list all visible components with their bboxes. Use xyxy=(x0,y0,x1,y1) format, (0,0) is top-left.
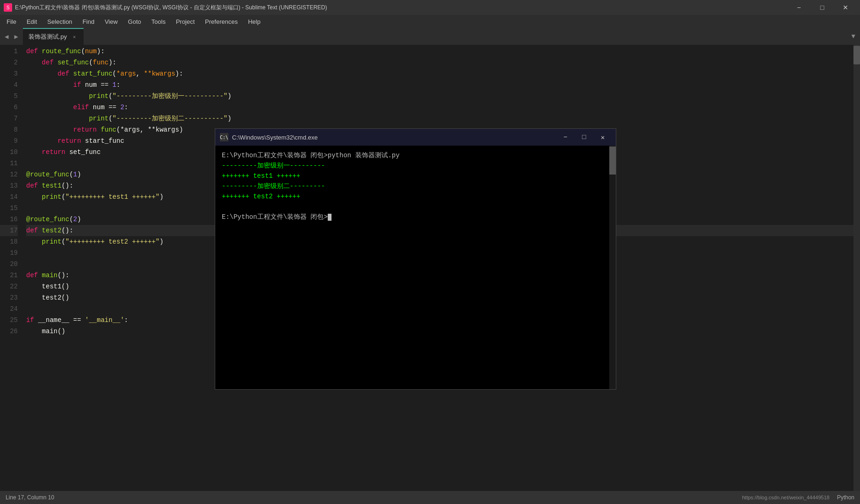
cmd-title-bar[interactable]: C:\ C:\Windows\System32\cmd.exe − □ ✕ xyxy=(215,129,616,146)
cmd-line-7: E:\Python工程文件\装饰器 闭包> xyxy=(222,212,609,222)
menu-tools[interactable]: Tools xyxy=(147,16,170,27)
cmd-scrollbar[interactable] xyxy=(609,146,616,389)
cmd-line-3: +++++++ test1 ++++++ xyxy=(222,171,609,181)
status-url: https://blog.csdn.net/weixin_44449518 xyxy=(742,495,830,500)
code-line-5: print("---------加密级别一----------") xyxy=(26,91,853,102)
tab-label: 装饰器测试.py xyxy=(28,33,67,41)
window-title: E:\Python工程文件\装饰器 闭包\装饰器测试.py (WSGI协议, W… xyxy=(15,4,327,12)
menu-project[interactable]: Project xyxy=(171,16,199,27)
app-icon: S xyxy=(4,3,12,12)
status-position: Line 17, Column 10 xyxy=(6,494,54,501)
maximize-button[interactable]: □ xyxy=(811,0,833,15)
cmd-minimize-button[interactable]: − xyxy=(557,132,574,143)
menu-selection[interactable]: Selection xyxy=(42,16,77,27)
cmd-controls[interactable]: − □ ✕ xyxy=(557,132,611,143)
svg-text:S: S xyxy=(7,5,10,10)
tab-decorator[interactable]: 装饰器测试.py × xyxy=(23,28,84,45)
code-line-1: def route_func(num): xyxy=(26,46,853,57)
menu-bar: File Edit Selection Find View Goto Tools… xyxy=(0,15,860,28)
menu-view[interactable]: View xyxy=(100,16,122,27)
cmd-line-4: ---------加密级别二--------- xyxy=(222,181,609,191)
title-bar: S E:\Python工程文件\装饰器 闭包\装饰器测试.py (WSGI协议,… xyxy=(0,0,860,15)
nav-right[interactable]: ▶ xyxy=(12,32,20,42)
cmd-close-button[interactable]: ✕ xyxy=(594,132,611,143)
cmd-window[interactable]: C:\ C:\Windows\System32\cmd.exe − □ ✕ E:… xyxy=(215,128,616,390)
cmd-line-6 xyxy=(222,202,609,212)
minimize-button[interactable]: − xyxy=(788,0,810,15)
window-controls[interactable]: − □ ✕ xyxy=(788,0,856,15)
menu-preferences[interactable]: Preferences xyxy=(200,16,242,27)
tab-close-button[interactable]: × xyxy=(70,33,78,41)
line-numbers: 1 2 3 4 5 6 7 8 9 10 11 12 13 14 15 16 1… xyxy=(0,45,22,491)
menu-edit[interactable]: Edit xyxy=(22,16,42,27)
cmd-maximize-button[interactable]: □ xyxy=(576,132,592,143)
editor-scrollbar[interactable] xyxy=(853,45,860,491)
menu-help[interactable]: Help xyxy=(243,16,265,27)
status-language: Python xyxy=(837,494,854,501)
cmd-title-left: C:\ C:\Windows\System32\cmd.exe xyxy=(220,133,318,141)
cmd-scrollbar-thumb[interactable] xyxy=(609,147,616,175)
cmd-icon: C:\ xyxy=(220,133,228,141)
tab-dropdown[interactable]: ▼ xyxy=(847,33,860,40)
cmd-title-text: C:\Windows\System32\cmd.exe xyxy=(232,134,318,141)
cmd-content: E:\Python工程文件\装饰器 闭包>python 装饰器测试.py ---… xyxy=(215,146,616,389)
status-bar: Line 17, Column 10 https://blog.csdn.net… xyxy=(0,491,860,504)
cmd-line-2: ---------加密级别一--------- xyxy=(222,161,609,171)
code-line-3: def start_func(*args, **kwargs): xyxy=(26,68,853,79)
menu-file[interactable]: File xyxy=(2,16,21,27)
code-line-7: print("---------加密级别二----------") xyxy=(26,113,853,124)
tab-bar: ◀ ▶ 装饰器测试.py × ▼ xyxy=(0,28,860,45)
code-line-6: elif num == 2: xyxy=(26,102,853,113)
nav-left[interactable]: ◀ xyxy=(3,32,10,42)
menu-goto[interactable]: Goto xyxy=(123,16,146,27)
cmd-line-5: +++++++ test2 ++++++ xyxy=(222,191,609,202)
code-line-4: if num == 1: xyxy=(26,79,853,91)
tab-nav: ◀ ▶ xyxy=(0,32,23,42)
close-button[interactable]: ✕ xyxy=(835,0,856,15)
menu-find[interactable]: Find xyxy=(78,16,99,27)
cmd-line-1: E:\Python工程文件\装饰器 闭包>python 装饰器测试.py xyxy=(222,150,609,161)
code-line-2: def set_func(func): xyxy=(26,57,853,68)
